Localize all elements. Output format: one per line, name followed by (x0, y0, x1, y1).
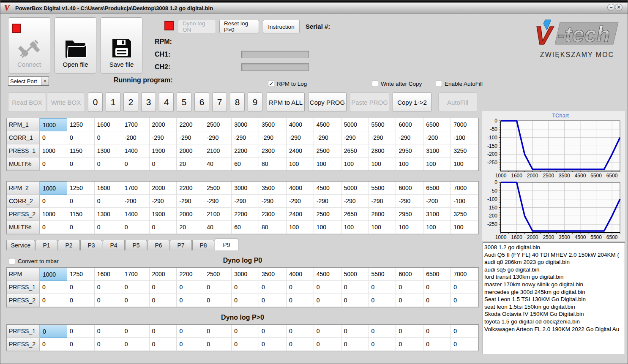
cell-MULTI%-15[interactable]: 100 (451, 158, 478, 171)
cell-PRESS_1-0[interactable]: 0 (40, 325, 67, 338)
cell-MULTI%-8[interactable]: 80 (259, 221, 287, 234)
cell-PRESS_1-12[interactable]: 2800 (369, 144, 396, 158)
cell-CORR_2-12[interactable]: -290 (369, 195, 396, 208)
cell-CORR_1-3[interactable]: -200 (122, 131, 150, 144)
save-file-button[interactable]: Save file (101, 17, 142, 73)
cell-PRESS_1-1[interactable]: 0 (67, 281, 95, 294)
cell-PRESS_2-9[interactable]: 2400 (287, 208, 314, 221)
tab-p5[interactable]: P5 (125, 240, 147, 250)
cell-RPM-4[interactable]: 2000 (150, 268, 177, 281)
cell-MULTI%-3[interactable]: 0 (122, 221, 150, 234)
cell-PRESS_2-2[interactable]: 1300 (95, 208, 122, 221)
file-list[interactable]: 3008 1.2 go digital.binAudi Q5 II (FY FL… (483, 242, 625, 354)
cell-PRESS_2-9[interactable]: 0 (287, 294, 314, 307)
rpm-to-log-checkbox[interactable]: RPM to Log (268, 81, 307, 87)
cell-PRESS_1-5[interactable]: 2000 (177, 144, 204, 158)
cell-PRESS_2-13[interactable]: 0 (396, 294, 423, 307)
cell-RPM_1-5[interactable]: 2200 (177, 118, 204, 131)
file-list-item[interactable]: 3008 1.2 go digital.bin (484, 244, 625, 251)
cell-PRESS_1-5[interactable]: 0 (177, 281, 204, 294)
cell-PRESS_1-6[interactable]: 0 (204, 325, 232, 338)
cell-PRESS_2-0[interactable]: 0 (40, 338, 67, 351)
cell-PRESS_1-5[interactable]: 0 (177, 325, 204, 338)
cell-PRESS_1-8[interactable]: 2300 (259, 144, 287, 158)
cell-CORR_1-6[interactable]: -290 (204, 131, 232, 144)
cell-PRESS_1-13[interactable]: 0 (396, 281, 423, 294)
cell-PRESS_2-12[interactable]: 0 (369, 338, 396, 351)
cell-MULTI%-11[interactable]: 100 (341, 221, 369, 234)
chevron-down-icon[interactable]: ▼ (41, 77, 49, 85)
cell-PRESS_1-1[interactable]: 1150 (67, 144, 95, 158)
cell-RPM_2-2[interactable]: 1600 (95, 182, 122, 195)
cell-PRESS_1-1[interactable]: 0 (67, 325, 95, 338)
cell-PRESS_1-7[interactable]: 0 (232, 325, 259, 338)
cell-PRESS_1-7[interactable]: 0 (232, 281, 259, 294)
cell-MULTI%-15[interactable]: 100 (451, 221, 478, 234)
cell-PRESS_1-4[interactable]: 1900 (150, 144, 177, 158)
cell-MULTI%-11[interactable]: 100 (341, 158, 369, 171)
tab-p8[interactable]: P8 (192, 240, 214, 250)
instruction-button[interactable]: Instruction (263, 20, 300, 33)
cell-MULTI%-4[interactable]: 0 (150, 221, 177, 234)
file-list-item[interactable]: toyota 1.5 go digital od obciążenia.bin (484, 318, 625, 326)
cell-PRESS_2-10[interactable]: 0 (314, 294, 341, 307)
cell-RPM_1-11[interactable]: 5000 (341, 118, 369, 131)
cell-RPM_1-7[interactable]: 3000 (232, 118, 259, 131)
cell-PRESS_2-4[interactable]: 0 (150, 338, 177, 351)
cell-PRESS_1-15[interactable]: 3250 (451, 144, 478, 158)
file-list-item[interactable]: Skoda Octavia IV 150KM Go Digital.bin (484, 310, 625, 318)
cell-PRESS_2-5[interactable]: 0 (177, 294, 204, 307)
cell-PRESS_2-5[interactable]: 0 (177, 338, 204, 351)
cell-CORR_2-8[interactable]: -290 (259, 195, 287, 208)
cell-PRESS_1-7[interactable]: 2200 (232, 144, 259, 158)
cell-PRESS_1-10[interactable]: 0 (314, 281, 341, 294)
cell-MULTI%-5[interactable]: 20 (177, 158, 204, 171)
cell-PRESS_2-12[interactable]: 2800 (369, 208, 396, 221)
cell-RPM-12[interactable]: 5500 (369, 268, 396, 281)
file-list-item[interactable]: Volkswagen Arteon FL 2.0 190KM 2022 Go D… (484, 326, 625, 333)
reset-log-button[interactable]: Reset log P>0 (219, 20, 259, 33)
enable-autofill-checkbox[interactable]: Enable AutoFill (436, 81, 483, 87)
cell-PRESS_2-5[interactable]: 2000 (177, 208, 204, 221)
cell-RPM-8[interactable]: 3500 (259, 268, 287, 281)
program-button-0[interactable]: 0 (88, 92, 103, 112)
cell-PRESS_1-6[interactable]: 0 (204, 281, 232, 294)
cell-RPM_1-10[interactable]: 4500 (314, 118, 341, 131)
cell-PRESS_2-8[interactable]: 2300 (259, 208, 287, 221)
cell-CORR_2-3[interactable]: -200 (122, 195, 150, 208)
cell-PRESS_2-9[interactable]: 0 (287, 338, 314, 351)
cell-PRESS_1-15[interactable]: 0 (451, 325, 478, 338)
tab-p4[interactable]: P4 (103, 240, 125, 250)
file-list-item[interactable]: seat leon 1.5tsi 150km go digital.bin (484, 303, 625, 311)
cell-MULTI%-12[interactable]: 100 (369, 158, 396, 171)
cell-MULTI%-14[interactable]: 100 (423, 158, 451, 171)
cell-PRESS_1-9[interactable]: 0 (287, 325, 314, 338)
cell-PRESS_2-13[interactable]: 0 (396, 338, 423, 351)
cell-PRESS_1-14[interactable]: 3100 (423, 144, 451, 158)
cell-CORR_1-7[interactable]: -290 (232, 131, 259, 144)
copy-prog-button[interactable]: Copy PROG (308, 92, 347, 112)
cell-RPM_2-1[interactable]: 1250 (67, 182, 95, 195)
cell-PRESS_1-0[interactable]: 1000 (40, 144, 67, 158)
read-box-button[interactable]: Read BOX (8, 92, 46, 112)
cell-PRESS_1-2[interactable]: 0 (95, 281, 122, 294)
cell-PRESS_1-3[interactable]: 1400 (122, 144, 150, 158)
cell-PRESS_1-3[interactable]: 0 (122, 281, 150, 294)
cell-CORR_2-10[interactable]: -290 (314, 195, 341, 208)
cell-CORR_1-9[interactable]: -290 (287, 131, 314, 144)
cell-PRESS_1-14[interactable]: 0 (423, 325, 451, 338)
minimize-button[interactable]: – (607, 4, 615, 11)
cell-CORR_1-14[interactable]: -200 (423, 131, 451, 144)
cell-PRESS_1-15[interactable]: 0 (451, 281, 478, 294)
tab-p7[interactable]: P7 (170, 240, 192, 250)
cell-RPM-13[interactable]: 6000 (396, 268, 423, 281)
cell-PRESS_1-8[interactable]: 0 (259, 281, 287, 294)
cell-RPM_1-0[interactable]: 1000 (40, 118, 67, 131)
file-list-item[interactable]: audi q8 286km 2023 go digital.bin (484, 258, 625, 266)
cell-PRESS_2-12[interactable]: 0 (369, 294, 396, 307)
cell-PRESS_2-3[interactable]: 0 (122, 338, 150, 351)
cell-PRESS_1-2[interactable]: 0 (95, 325, 122, 338)
rpm-to-all-button[interactable]: RPM to ALL (267, 92, 305, 112)
cell-RPM_2-12[interactable]: 5500 (369, 182, 396, 195)
cell-PRESS_1-10[interactable]: 2500 (314, 144, 341, 158)
